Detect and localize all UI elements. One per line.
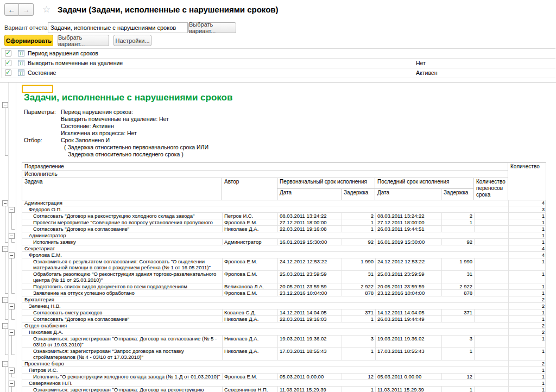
- grouping-line: [11, 336, 12, 355]
- last-term-delay-cell: 31: [441, 271, 474, 283]
- task-row[interactable]: Обработать резолюцию "О реконструкция зд…: [22, 271, 546, 283]
- last-term-date-cell: 24.12.2012 12:53:22: [375, 258, 441, 270]
- task-cell: Обработать резолюцию "О реконструкция зд…: [22, 271, 222, 283]
- group-row[interactable]: Фролова Е.М.4: [22, 252, 546, 258]
- first-term-delay-cell: 1: [342, 226, 375, 232]
- group-row[interactable]: Николаев Д.А.2: [22, 329, 546, 336]
- count-cell: 2: [508, 296, 546, 302]
- task-cell: Ознакомиться: зарегистрирован "Запрос до…: [22, 348, 222, 360]
- grouping-line: [5, 355, 8, 355]
- grouping-line: [11, 293, 15, 294]
- perenosy-cell: [474, 226, 508, 232]
- task-row[interactable]: Согласовать "Договор на согласование"Ник…: [22, 316, 546, 323]
- perenosy-cell: [474, 290, 508, 296]
- grouping-line: [5, 319, 8, 320]
- count-cell: 2: [508, 323, 546, 328]
- group-row[interactable]: Зеленец Н.В.2: [22, 303, 546, 309]
- task-row[interactable]: Подготовить список видов документов по в…: [22, 283, 546, 290]
- collapse-toggle[interactable]: [9, 330, 15, 336]
- first-term-date-cell: 08.03.2011 13:24:22: [277, 213, 342, 219]
- count-cell: 1: [508, 271, 546, 283]
- task-row[interactable]: Согласовать "Договор на согласование"Ник…: [22, 226, 546, 232]
- first-term-date-cell: 22.03.2011 19:16:03: [277, 316, 342, 322]
- task-cell: Согласовать "Договор на реконструкцию хо…: [22, 213, 222, 219]
- grouping-line: [5, 242, 8, 243]
- last-term-date-cell: 19.03.2011 19:36:02: [375, 336, 441, 347]
- department-label: Проектное бюро: [22, 361, 508, 366]
- count-cell: 4: [508, 245, 546, 251]
- task-row[interactable]: Ознакомиться: зарегистрирован "Отправка:…: [22, 387, 546, 392]
- count-cell: 1: [508, 283, 546, 289]
- author-cell: Фролова Е.М.: [222, 374, 277, 380]
- grouping-line: [11, 213, 12, 229]
- perenosy-cell: [474, 283, 508, 289]
- count-cell: 1: [508, 374, 546, 380]
- first-term-delay-cell: 1: [342, 387, 375, 392]
- executor-label: Администратор: [22, 232, 508, 238]
- task-row[interactable]: Исполнить заявкуАдминистратор16.01.2019 …: [22, 239, 546, 245]
- author-cell: Фролова Е.М.: [222, 290, 277, 296]
- task-row[interactable]: Заявление на отпуск успешно обработаноФр…: [22, 290, 546, 296]
- collapse-toggle[interactable]: [9, 304, 15, 309]
- group-row[interactable]: Бухгалтерия2: [22, 296, 546, 303]
- group-row[interactable]: Секретариат4: [22, 245, 546, 252]
- group-row[interactable]: Администратор1: [22, 232, 546, 239]
- last-term-date-cell: 11.03.2011 15:29:39: [375, 387, 441, 392]
- task-row[interactable]: Ознакомиться: зарегистрирован "Запрос до…: [22, 348, 546, 361]
- last-term-date-cell: 08.03.2011 13:24:22: [375, 213, 441, 219]
- first-term-delay-cell: 878: [342, 290, 375, 296]
- collapse-toggle[interactable]: [2, 297, 8, 303]
- task-cell: Подготовить список видов документов по в…: [22, 283, 222, 289]
- collapse-toggle[interactable]: [9, 252, 15, 258]
- executor-label: Зеленец Н.В.: [22, 303, 508, 309]
- count-cell: 4: [508, 252, 546, 258]
- collapse-toggle[interactable]: [9, 381, 15, 387]
- last-term-date-cell: 27.12.2011 18:00:00: [375, 219, 441, 225]
- grouping-line: [5, 293, 8, 294]
- task-row[interactable]: Ознакомиться с результатом согласования:…: [22, 258, 546, 271]
- last-term-date-cell: 05.03.2011 0:00:00: [375, 374, 441, 380]
- last-term-date-cell: 14.12.2011 14:04:05: [375, 309, 441, 315]
- report-table-body: Администрация4Федоров О.П.3Согласовать "…: [0, 0, 556, 392]
- perenosy-cell: [474, 316, 508, 322]
- first-term-date-cell: 05.03.2011 0:00:00: [277, 374, 342, 380]
- perenosy-cell: [474, 374, 508, 380]
- perenosy-cell: [474, 271, 508, 283]
- first-term-date-cell: 20.05.2011 23:59:59: [277, 283, 342, 289]
- group-row[interactable]: Отдел снабжения2: [22, 323, 546, 329]
- group-row[interactable]: Федоров О.П.3: [22, 206, 546, 213]
- last-term-date-cell: 17.03.2011 18:55:43: [375, 348, 441, 360]
- task-row[interactable]: Согласовать "Договор на реконструкцию хо…: [22, 213, 546, 219]
- author-cell: Петров И.С.: [222, 213, 277, 219]
- collapse-toggle[interactable]: [2, 246, 8, 252]
- last-term-delay-cell: [441, 316, 474, 322]
- last-term-date-cell: 26.03.2011 19:44:49: [375, 316, 441, 322]
- grouping-line: [11, 377, 15, 377]
- count-cell: 1: [508, 290, 546, 296]
- task-row[interactable]: Провести мероприятие "Совещание по вопро…: [22, 219, 546, 226]
- collapse-toggle[interactable]: [9, 368, 15, 374]
- collapse-toggle[interactable]: [9, 207, 15, 213]
- task-row[interactable]: Согласовать смету расходовКовалев С.Д.14…: [22, 309, 546, 316]
- count-cell: 1: [508, 316, 546, 322]
- perenosy-cell: [474, 336, 508, 347]
- grouping-line: [11, 309, 12, 319]
- first-term-delay-cell: 31: [342, 271, 375, 283]
- grouping-line: [11, 242, 15, 243]
- grouping-line: [5, 329, 5, 355]
- author-cell: Фролова Е.М.: [222, 219, 277, 225]
- last-term-delay-cell: 1: [441, 348, 474, 360]
- first-term-date-cell: 25.03.2011 23:59:59: [277, 271, 342, 283]
- group-row[interactable]: Петров И.С.1: [22, 367, 546, 374]
- last-term-delay-cell: 2 922: [441, 283, 474, 289]
- collapse-toggle[interactable]: [9, 233, 15, 239]
- count-cell: 1: [508, 309, 546, 315]
- group-row[interactable]: Северянинов Н.П.1: [22, 380, 546, 387]
- task-row[interactable]: Исполнить "О реконструкции холодного скл…: [22, 374, 546, 380]
- collapse-toggle[interactable]: [2, 361, 8, 367]
- group-row[interactable]: Проектное бюро2: [22, 361, 546, 367]
- collapse-toggle[interactable]: [2, 200, 8, 206]
- collapse-toggle[interactable]: [2, 323, 8, 329]
- group-row[interactable]: Администрация4: [22, 200, 546, 206]
- task-row[interactable]: Ознакомиться: зарегистрирован "Отправка:…: [22, 336, 546, 348]
